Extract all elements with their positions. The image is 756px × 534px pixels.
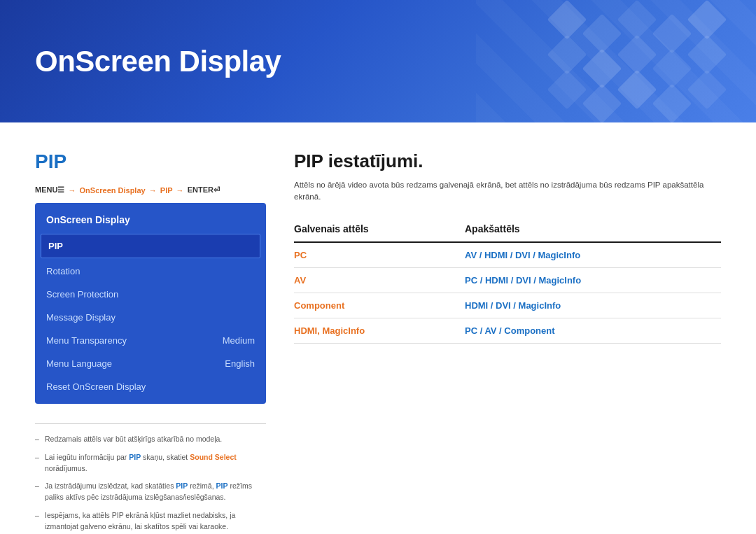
table-cell-main-4: HDMI, MagicInfo [294,318,465,343]
table-cell-main-2: AV [294,267,465,293]
header-decoration [553,6,721,118]
note-sound-select-highlight: Sound Select [190,453,237,461]
note-pip-highlight: PIP [129,453,141,461]
pip-table: Galvenais attēls Apakšattēls PC AV / HDM… [294,219,721,344]
table-row: PC AV / HDMI / DVI / MagicInfo [294,242,721,268]
menu-label: MENU☰ [35,185,64,195]
osd-item-value-menu-transparency: Medium [223,335,255,346]
main-content: PIP MENU☰ → OnScreen Display → PIP → ENT… [0,122,756,534]
pip-section-title: PIP [35,150,266,173]
page-title: OnScreen Display [35,45,281,78]
note-pip3-highlight: PIP [216,482,228,490]
osd-menu-item-message-display[interactable]: Message Display [35,306,266,329]
menu-step-osd: OnScreen Display [80,186,146,195]
osd-item-value-menu-language: English [225,358,255,369]
osd-menu-header: OnScreen Display [35,209,266,232]
osd-item-label-rotation: Rotation [46,266,80,276]
table-cell-main-1: PC [294,242,465,268]
table-cell-sub-1: AV / HDMI / DVI / MagicInfo [465,242,721,268]
pip-settings-subtitle: Attēls no ārējā video avota būs redzams … [294,179,721,204]
note-3: Ja izstrādājumu izslēdzat, kad skatāties… [35,481,266,503]
notes-section: Redzamais attēls var būt atšķirīgs atkar… [35,423,266,532]
header-banner: OnScreen Display [0,0,756,122]
table-col2-header: Apakšattēls [465,219,721,242]
table-cell-main-3: Component [294,293,465,318]
osd-menu-item-reset[interactable]: Reset OnScreen Display [35,375,266,398]
osd-item-label-reset: Reset OnScreen Display [46,381,146,392]
osd-item-label-menu-language: Menu Language [46,358,112,369]
osd-item-label-pip: PIP [48,241,63,251]
menu-step-pip: PIP [160,186,173,195]
table-cell-sub-2: PC / HDMI / DVI / MagicInfo [465,267,721,293]
menu-arrow-3: → [174,186,186,195]
menu-arrow-2: → [147,186,159,195]
left-panel: PIP MENU☰ → OnScreen Display → PIP → ENT… [35,150,266,534]
osd-menu-item-menu-language[interactable]: Menu Language English [35,352,266,375]
osd-menu-box: OnScreen Display PIP Rotation Screen Pro… [35,203,266,404]
osd-item-label-menu-transparency: Menu Transparency [46,335,127,346]
note-1: Redzamais attēls var būt atšķirīgs atkar… [35,434,266,445]
note-pip2-highlight: PIP [176,482,188,490]
osd-menu-item-screen-protection[interactable]: Screen Protection [35,283,266,306]
osd-item-label-message-display: Message Display [46,312,115,323]
note-4: Iespējams, ka attēls PIP ekrānā kļūst ma… [35,510,266,533]
table-row: HDMI, MagicInfo PC / AV / Component [294,318,721,343]
table-row: Component HDMI / DVI / MagicInfo [294,293,721,318]
menu-path: MENU☰ → OnScreen Display → PIP → ENTER⏎ [35,185,266,195]
osd-item-label-screen-protection: Screen Protection [46,289,118,300]
menu-step-enter: ENTER⏎ [188,185,220,195]
table-row: AV PC / HDMI / DVI / MagicInfo [294,267,721,293]
right-panel: PIP iestatījumi. Attēls no ārējā video a… [294,150,721,534]
osd-menu-item-rotation[interactable]: Rotation [35,260,266,283]
osd-menu-item-menu-transparency[interactable]: Menu Transparency Medium [35,329,266,352]
osd-menu-item-pip[interactable]: PIP [41,234,260,258]
table-cell-sub-4: PC / AV / Component [465,318,721,343]
pip-settings-title: PIP iestatījumi. [294,150,721,172]
menu-arrow-1: → [66,186,78,195]
note-2: Lai iegūtu informāciju par PIP skaņu, sk… [35,452,266,475]
table-cell-sub-3: HDMI / DVI / MagicInfo [465,293,721,318]
table-col1-header: Galvenais attēls [294,219,465,242]
